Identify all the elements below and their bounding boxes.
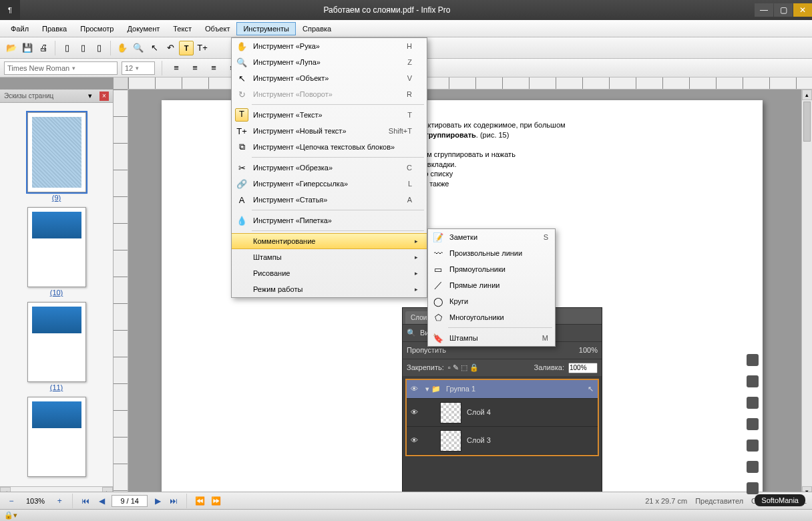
thumbnails-list[interactable]: (9) (10) (11) bbox=[0, 103, 113, 486]
first-page-button[interactable]: ⏮ bbox=[79, 495, 91, 507]
menu-item[interactable]: Режим работы▸ bbox=[232, 281, 427, 297]
menu-item[interactable]: ✂Инструмент «Обрезка»C bbox=[232, 160, 427, 176]
thumbnails-panel: Эскизы страниц ▾ × (9) (10) (11) ◂▸ bbox=[0, 90, 114, 497]
select-tool[interactable]: ↖ bbox=[147, 41, 162, 55]
tools-dropdown: ✋Инструмент «Рука»H🔍Инструмент «Лупа»Z↖И… bbox=[231, 37, 427, 298]
menu-text[interactable]: Текст bbox=[166, 22, 198, 35]
zoom-in-button[interactable]: + bbox=[53, 495, 65, 507]
save-button[interactable]: 💾 bbox=[20, 41, 35, 55]
menu-item[interactable]: ⧉Инструмент «Цепочка текстовых блоков» bbox=[232, 139, 427, 155]
text-plus-tool[interactable]: T+ bbox=[195, 41, 210, 55]
menu-item[interactable]: Штампы▸ bbox=[232, 249, 427, 265]
menu-tools[interactable]: Инструменты bbox=[236, 22, 296, 35]
menu-item[interactable]: 🔗Инструмент «Гиперссылка»L bbox=[232, 176, 427, 192]
menu-item[interactable]: ✋Инструмент «Рука»H bbox=[232, 38, 427, 54]
lock-icon: 🔒▾ bbox=[4, 511, 17, 520]
menu-item[interactable]: 🔍Инструмент «Лупа»Z bbox=[232, 54, 427, 70]
menu-document[interactable]: Документ bbox=[120, 22, 166, 35]
maximize-button[interactable]: ▢ bbox=[774, 3, 793, 17]
align-right-button[interactable]: ≡ bbox=[206, 61, 221, 75]
menu-item[interactable]: Комментирование▸ bbox=[232, 233, 427, 249]
hand-tool[interactable]: ✋ bbox=[115, 41, 130, 55]
undo-tool[interactable]: ↶ bbox=[163, 41, 178, 55]
menu-edit[interactable]: Правка bbox=[35, 22, 73, 35]
close-button[interactable]: ✕ bbox=[793, 3, 812, 17]
zoom-tool[interactable]: 🔍 bbox=[131, 41, 146, 55]
statusbar: − 103% + ⏮ ◀ ▶ ⏭ ⏪ ⏩ 21 x 29.7 cm Предст… bbox=[0, 492, 812, 509]
watermark: SoftoMania bbox=[755, 494, 805, 506]
page-button-1[interactable]: ▯ bbox=[59, 41, 74, 55]
submenu-item[interactable]: ⬠Многоугольники bbox=[428, 309, 555, 325]
prev-page-button[interactable]: ◀ bbox=[95, 495, 108, 507]
last-page-button[interactable]: ⏭ bbox=[168, 495, 180, 507]
presenter-label: Представител bbox=[695, 497, 743, 505]
ruler-horizontal bbox=[114, 77, 812, 90]
submenu-item[interactable]: ▭Прямоугольники bbox=[428, 261, 555, 277]
pin-icon[interactable]: ▾ bbox=[88, 92, 97, 101]
align-left-button[interactable]: ≡ bbox=[169, 61, 184, 75]
app-icon: ¶ bbox=[0, 0, 20, 20]
thumbnail-page-9[interactable] bbox=[27, 112, 86, 192]
nav-back-button[interactable]: ⏪ bbox=[194, 495, 206, 507]
thumbnail-page-11[interactable] bbox=[27, 302, 86, 382]
zoom-out-button[interactable]: − bbox=[5, 495, 17, 507]
menu-help[interactable]: Справка bbox=[296, 22, 338, 35]
submenu-item[interactable]: ◯Круги bbox=[428, 293, 555, 309]
menu-item[interactable]: 💧Инструмент «Пипетка» bbox=[232, 212, 427, 228]
next-page-button[interactable]: ▶ bbox=[152, 495, 164, 507]
open-button[interactable]: 📂 bbox=[4, 41, 19, 55]
menu-item[interactable]: ↖Инструмент «Объект»V bbox=[232, 70, 427, 86]
commenting-submenu: 📝ЗаметкиS〰Произвольные линии▭Прямоугольн… bbox=[427, 228, 556, 347]
submenu-item[interactable]: 🔖ШтампыM bbox=[428, 330, 555, 346]
thumbnail-page-12[interactable] bbox=[27, 397, 86, 477]
embedded-sidebar-icons bbox=[744, 354, 761, 494]
menu-view[interactable]: Просмотр bbox=[73, 22, 120, 35]
titlebar: ¶ Работаем со слоями.pdf - Infix Pro — ▢… bbox=[0, 0, 812, 20]
vertical-scrollbar[interactable]: ▴ ▾ bbox=[801, 90, 812, 497]
menubar: Файл Правка Просмотр Документ Текст Объе… bbox=[0, 20, 812, 37]
submenu-item[interactable]: ／Прямые линии bbox=[428, 277, 555, 293]
window-title: Работаем со слоями.pdf - Infix Pro bbox=[20, 5, 754, 15]
page-dims: 21 x 29.7 cm bbox=[645, 497, 687, 505]
font-size-combo[interactable]: 12▾ bbox=[122, 61, 155, 75]
nav-fwd-button[interactable]: ⏩ bbox=[210, 495, 222, 507]
menu-item[interactable]: T+Инструмент «Новый текст»Shift+T bbox=[232, 123, 427, 139]
page-button-2[interactable]: ▯ bbox=[75, 41, 90, 55]
print-button[interactable]: 🖨 bbox=[36, 41, 51, 55]
bottom-strip: 🔒▾ bbox=[0, 509, 812, 521]
menu-item[interactable]: TИнструмент «Текст»T bbox=[232, 107, 427, 123]
submenu-item[interactable]: 📝ЗаметкиS bbox=[428, 229, 555, 245]
font-family-combo[interactable]: Times New Roman▾ bbox=[4, 61, 118, 75]
menu-item[interactable]: Рисование▸ bbox=[232, 265, 427, 281]
menu-item[interactable]: ↻Инструмент «Поворот»R bbox=[232, 86, 427, 102]
text-tool[interactable]: T bbox=[179, 41, 194, 55]
menu-item[interactable]: AИнструмент «Статья»A bbox=[232, 192, 427, 208]
thumbnail-page-10[interactable] bbox=[27, 207, 86, 287]
minimize-button[interactable]: — bbox=[755, 3, 773, 17]
panel-close-button[interactable]: × bbox=[99, 92, 109, 101]
page-input[interactable] bbox=[112, 495, 148, 507]
menu-object[interactable]: Объект bbox=[198, 22, 236, 35]
ruler-vertical bbox=[114, 90, 128, 497]
align-center-button[interactable]: ≡ bbox=[188, 61, 202, 75]
menu-file[interactable]: Файл bbox=[4, 22, 35, 35]
thumbnails-title: Эскизы страниц bbox=[4, 92, 88, 100]
page-button-3[interactable]: ▯ bbox=[91, 41, 106, 55]
submenu-item[interactable]: 〰Произвольные линии bbox=[428, 245, 555, 261]
zoom-value[interactable]: 103% bbox=[21, 495, 49, 507]
